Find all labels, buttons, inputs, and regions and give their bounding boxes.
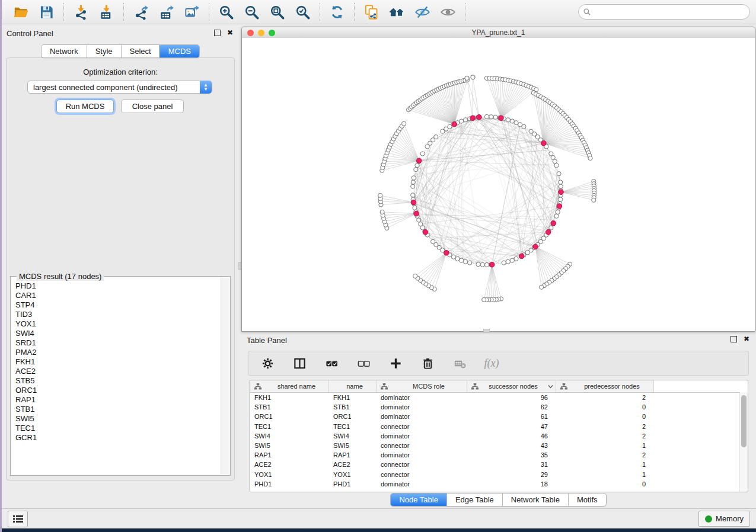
table-cell[interactable]: ORC1 xyxy=(329,413,377,420)
import-network-button[interactable] xyxy=(73,4,89,20)
zoom-selected-button[interactable] xyxy=(295,4,311,20)
mcds-result-item[interactable]: PHD1 xyxy=(15,281,221,291)
network-node[interactable] xyxy=(412,176,416,180)
mcds-result-item[interactable]: STB5 xyxy=(15,376,221,386)
network-node[interactable] xyxy=(551,155,555,159)
tab-node-table[interactable]: Node Table xyxy=(391,493,446,506)
network-node[interactable] xyxy=(554,164,559,168)
export-table-button[interactable] xyxy=(158,4,174,20)
table-cell[interactable]: 29 xyxy=(467,471,556,478)
column-settings-button[interactable] xyxy=(260,356,275,370)
mcds-result-item[interactable]: CAR1 xyxy=(15,291,221,300)
table-cell[interactable]: SWI4 xyxy=(250,432,329,440)
network-node[interactable] xyxy=(465,76,469,80)
mcds-result-item[interactable]: SRD1 xyxy=(15,338,221,348)
table-scrollbar-thumb[interactable] xyxy=(741,395,747,447)
network-node[interactable] xyxy=(414,168,418,172)
network-from-selection-button[interactable] xyxy=(363,4,379,20)
mcds-hub-node[interactable] xyxy=(423,230,428,235)
tab-style[interactable]: Style xyxy=(87,45,121,57)
table-cell[interactable]: 31 xyxy=(467,461,556,468)
optimization-criterion-select[interactable]: largest connected component (undirected)… xyxy=(27,81,212,94)
mcds-result-item[interactable]: YOX1 xyxy=(15,319,221,329)
memory-button[interactable]: Memory xyxy=(698,511,750,527)
mcds-hub-node[interactable] xyxy=(551,221,556,226)
table-cell[interactable]: PHD1 xyxy=(329,480,377,488)
mcds-result-scrollbar[interactable] xyxy=(221,278,229,474)
table-cell[interactable]: ACE2 xyxy=(250,461,329,468)
network-node[interactable] xyxy=(415,164,419,168)
open-session-button[interactable] xyxy=(13,4,29,20)
mcds-result-item[interactable]: FKH1 xyxy=(15,357,221,367)
mcds-result-item[interactable]: STB1 xyxy=(15,405,221,414)
network-node[interactable] xyxy=(413,206,417,210)
mcds-result-list[interactable]: PHD1CAR1STP4TID3YOX1SWI4SRD1PMA2FKH1ACE2… xyxy=(12,281,221,474)
network-node[interactable] xyxy=(464,259,468,264)
apply-layout-button[interactable] xyxy=(329,4,345,20)
network-node[interactable] xyxy=(540,285,544,289)
import-table-button[interactable] xyxy=(98,4,114,20)
mcds-result-item[interactable]: PMA2 xyxy=(15,348,221,357)
mcds-hub-node[interactable] xyxy=(541,140,547,146)
mcds-result-item[interactable]: ORC1 xyxy=(15,386,221,395)
network-node[interactable] xyxy=(554,214,559,218)
close-panel-button[interactable]: Close panel xyxy=(121,100,184,113)
mcds-result-item[interactable]: GCR1 xyxy=(15,433,221,443)
network-node[interactable] xyxy=(464,118,468,122)
table-cell[interactable]: 2 xyxy=(556,394,654,401)
table-row[interactable]: PHD1PHD1dominator180 xyxy=(250,479,748,489)
table-cell[interactable]: dominator xyxy=(377,451,467,459)
mcds-hub-node[interactable] xyxy=(499,116,504,121)
table-cell[interactable]: YOX1 xyxy=(250,471,329,478)
mcds-hub-node[interactable] xyxy=(489,262,495,267)
network-window-titlebar[interactable]: YPA_prune.txt_1 xyxy=(242,27,755,39)
table-row[interactable]: ACE2ACE2connector311 xyxy=(250,460,748,469)
column-header-shared-name[interactable]: shared name xyxy=(250,380,329,392)
mcds-result-item[interactable]: ACE2 xyxy=(15,367,221,376)
table-row[interactable]: FKH1FKH1dominator962 xyxy=(250,393,748,402)
table-cell[interactable]: 43 xyxy=(467,442,556,449)
tab-edge-table[interactable]: Edge Table xyxy=(446,493,502,506)
table-cell[interactable]: RAP1 xyxy=(329,451,377,459)
mcds-hub-node[interactable] xyxy=(557,204,562,209)
table-cell[interactable]: 1 xyxy=(556,461,654,468)
export-network-button[interactable] xyxy=(133,4,149,20)
table-cell[interactable]: RAP1 xyxy=(250,451,329,459)
table-cell[interactable]: 61 xyxy=(467,413,556,420)
table-cell[interactable]: 46 xyxy=(467,432,556,440)
tab-motifs[interactable]: Motifs xyxy=(568,493,606,506)
table-cell[interactable]: 1 xyxy=(556,471,654,478)
tab-select[interactable]: Select xyxy=(121,45,160,57)
network-node[interactable] xyxy=(489,115,493,119)
table-cell[interactable]: ORC1 xyxy=(250,413,329,420)
mcds-result-item[interactable]: SWI5 xyxy=(15,414,221,424)
close-panel-icon[interactable]: ✖ xyxy=(227,30,233,36)
network-node[interactable] xyxy=(471,75,475,79)
network-node[interactable] xyxy=(510,119,514,123)
network-node[interactable] xyxy=(559,180,563,184)
close-table-panel-icon[interactable]: ✖ xyxy=(744,336,749,342)
network-node[interactable] xyxy=(419,222,423,226)
minimize-window-icon[interactable] xyxy=(258,30,264,36)
zoom-window-icon[interactable] xyxy=(269,30,275,36)
zoom-in-button[interactable] xyxy=(218,4,234,20)
table-cell[interactable]: connector xyxy=(377,442,467,449)
save-session-button[interactable] xyxy=(39,4,55,20)
table-row[interactable]: TEC1TEC1connector472 xyxy=(250,422,748,431)
table-cell[interactable]: 0 xyxy=(556,480,654,488)
table-cell[interactable]: 96 xyxy=(467,394,556,401)
column-header-successor-nodes[interactable]: successor nodes xyxy=(467,380,556,392)
table-cell[interactable]: STB1 xyxy=(250,403,329,411)
table-cell[interactable]: 62 xyxy=(467,403,556,411)
network-node[interactable] xyxy=(460,119,464,123)
mcds-result-item[interactable]: TEC1 xyxy=(15,424,221,433)
network-node[interactable] xyxy=(514,257,518,261)
mcds-result-item[interactable]: STP4 xyxy=(15,300,221,310)
table-scrollbar[interactable] xyxy=(739,392,748,492)
network-node[interactable] xyxy=(559,197,563,201)
table-cell[interactable]: 2 xyxy=(556,451,654,459)
mcds-hub-node[interactable] xyxy=(414,211,419,216)
table-cell[interactable]: 2 xyxy=(556,423,654,430)
tab-network[interactable]: Network xyxy=(42,45,87,57)
network-node[interactable] xyxy=(553,159,557,164)
